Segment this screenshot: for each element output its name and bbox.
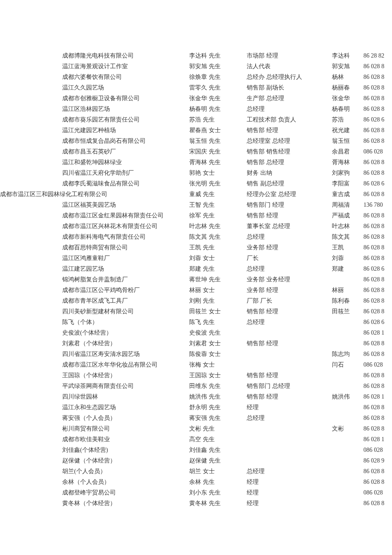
leader-cell: 姚洪伟	[332, 392, 363, 402]
contact-cell: 王智 先生	[189, 200, 247, 210]
company-cell: 四川省温江区寿安清水园艺场	[0, 350, 189, 359]
contact-cell: 刘刚 先生	[189, 296, 247, 306]
contact-cell: 刘蓉 女士	[189, 254, 247, 263]
phone-cell: 86 028 8	[363, 232, 392, 242]
contact-cell: 瞿春燕 女士	[189, 126, 247, 135]
company-cell: 成都六婆餐饮有限公司	[0, 72, 189, 82]
leader-cell: 严福成	[332, 211, 363, 220]
dept-cell: 经理	[247, 403, 332, 412]
table-row: 四川美砂新型建材有限公司田筱兰 女士销售部 经理田筱兰86 028 8	[0, 306, 392, 317]
leader-cell: 文彬	[332, 424, 363, 434]
dept-cell: 业务部 业务经理	[247, 275, 332, 284]
phone-cell: 86 028 8	[363, 275, 392, 284]
phone-cell: 86 028 8	[363, 467, 392, 476]
phone-cell: 86 028 8	[363, 424, 392, 434]
company-cell: 温江区浩林园艺场	[0, 104, 189, 114]
phone-cell: 86 028 8	[363, 413, 392, 423]
company-cell: 刘佳鑫(个体经营)	[0, 445, 189, 455]
contact-cell: 陈文其 先生	[189, 232, 247, 242]
contact-cell: 黄冬林 先生	[189, 499, 247, 508]
phone-cell: 086 028	[363, 488, 392, 497]
dept-cell: 销售部门 总经理	[247, 382, 332, 391]
table-row: 余林（个人会员）余林 先生经理86 028 8	[0, 477, 392, 487]
table-row: 温江蓝海景观设计工作室郭安旭 先生法人代表郭安旭86 028 8	[0, 61, 392, 72]
phone-cell: 86 028 8	[363, 307, 392, 316]
company-cell: 成都市温江区水年华化妆品有限公司	[0, 360, 189, 370]
document-page: 成都博隆光电科技有限公司李达科 先生市场部 经理李达科86 28 82温江蓝海景…	[0, 0, 392, 509]
contact-cell: 舒永明 先生	[189, 403, 247, 412]
leader-cell: 陈志均	[332, 350, 363, 359]
table-row: 王国琼（个体经营）王国琼 女士销售部 经理86 028 8	[0, 370, 392, 381]
dept-cell: 经理	[247, 499, 332, 508]
phone-cell: 86 028 8	[363, 243, 392, 252]
contact-cell: 刘素君 女士	[189, 339, 247, 348]
phone-cell: 86 028 8	[363, 339, 392, 348]
table-row: 蒋安强（个人会员）蒋安强 先生总经理86 028 8	[0, 413, 392, 423]
table-row: 平武绿茶网商有限责任公司田维东 先生销售部门 总经理86 028 8	[0, 381, 392, 391]
contact-cell: 苏浩 先生	[189, 115, 247, 124]
dept-cell: 厂部 厂长	[247, 296, 332, 306]
table-row: 成都市温江区三和园林绿化工程有限公司童威 先生经理办公室 总经理童吉成86 02…	[0, 189, 392, 199]
dept-cell: 业务部 经理	[247, 286, 332, 295]
phone-cell: 86 028 6	[363, 179, 392, 188]
leader-cell: 苏浩	[332, 115, 363, 124]
dept-cell: 销售部 经理	[247, 392, 332, 402]
contact-cell: 余林 先生	[189, 477, 247, 487]
leader-cell: 刘蓉	[332, 254, 363, 263]
contact-cell: 徐焕章 先生	[189, 72, 247, 82]
contact-cell: 张金华 先生	[189, 94, 247, 103]
table-row: 赵保健（个体经营）赵保健 先生86 028 9	[0, 455, 392, 466]
table-row: 锦鸿树脂复合井盖制造厂蒋世坤 先生业务部 业务经理86 028 8	[0, 274, 392, 285]
phone-cell: 86 028 8	[363, 222, 392, 231]
company-cell: 四川美砂新型建材有限公司	[0, 307, 189, 316]
phone-cell: 86 028 8	[363, 62, 392, 71]
company-cell: 温江建艺园艺场	[0, 264, 189, 274]
table-row: 温江和盛乾坤园林绿业胥海林 先生销售部 总经理胥海林86 028 8	[0, 157, 392, 168]
leader-cell: 李达科	[332, 51, 363, 61]
dept-cell: 经理	[247, 488, 332, 497]
phone-cell: 86 028 8	[363, 126, 392, 135]
company-cell: 成都博隆光电科技有限公司	[0, 51, 189, 61]
contact-cell: 王国琼 女士	[189, 371, 247, 380]
leader-cell: 杨林	[332, 72, 363, 82]
phone-cell: 86 028 8	[363, 168, 392, 178]
dept-cell: 总经理室 总经理	[247, 136, 332, 146]
contact-cell: 叶志林 先生	[189, 222, 247, 231]
leader-cell: 李阳富	[332, 179, 363, 188]
table-row: 温江建艺园艺场郑建 先生总经理郑建86 028 6	[0, 263, 392, 274]
contact-cell: 王凯 先生	[189, 243, 247, 252]
table-row: 史俊波(个体经营）史俊波 先生86 028 1	[0, 327, 392, 338]
dept-cell: 销售部 经理	[247, 371, 332, 380]
contact-cell: 高空 先生	[189, 435, 247, 444]
leader-cell: 郑建	[332, 264, 363, 274]
phone-cell: 86 028 8	[363, 499, 392, 508]
company-cell: 温江区鸿雁童鞋厂	[0, 254, 189, 263]
table-row: 四川省温江区寿安清水园艺场陈俊蓉 女士陈志均86 028 8	[0, 349, 392, 359]
table-row: 成都市新科海电气有限责任公司陈文其 先生总经理陈文其86 028 8	[0, 231, 392, 242]
contact-cell: 陈俊蓉 女士	[189, 350, 247, 359]
table-row: 成都市温江区水年华化妆品有限公司张梅 女士闫石086 028	[0, 359, 392, 370]
company-cell: 成都市创雅橱卫设备有限公司	[0, 94, 189, 103]
contact-cell: 李达科 先生	[189, 51, 247, 61]
table-row: 成都六婆餐饮有限公司徐焕章 先生总经办 总经理执行人杨林86 028 8	[0, 72, 392, 82]
contact-cell: 张梅 女士	[189, 360, 247, 370]
phone-cell: 86 028 8	[363, 211, 392, 220]
leader-cell: 童吉成	[332, 190, 363, 199]
dept-cell: 总经理	[247, 104, 332, 114]
table-body: 成都博隆光电科技有限公司李达科 先生市场部 经理李达科86 28 82温江蓝海景…	[0, 50, 392, 509]
company-cell: 成都登峰宇贸易公司	[0, 488, 189, 497]
contact-cell: 史俊波 先生	[189, 328, 247, 338]
contact-cell: 刘佳鑫 先生	[189, 445, 247, 455]
table-row: 成都市昌玉石英砂厂宋国庆 先生销售部 销售经理余昌君086 028	[0, 146, 392, 157]
dept-cell: 销售部 经理	[247, 211, 332, 220]
dept-cell: 市场部 经理	[247, 51, 332, 61]
phone-cell: 86 028 8	[363, 72, 392, 82]
dept-cell: 销售部 副场长	[247, 83, 332, 92]
contact-cell: 郭安旭 先生	[189, 62, 247, 71]
phone-cell: 86 028 6	[363, 264, 392, 274]
table-row: 成都市欧佳美鞋业高空 先生86 028 1	[0, 434, 392, 445]
table-row: 温江区福英美园艺场王智 先生销售部门 经理周福清136 780	[0, 199, 392, 210]
phone-cell: 086 028	[363, 147, 392, 156]
dept-cell: 生产部 总经理	[247, 94, 332, 103]
company-cell: 成都市温江区三和园林绿化工程有限公司	[0, 190, 189, 199]
